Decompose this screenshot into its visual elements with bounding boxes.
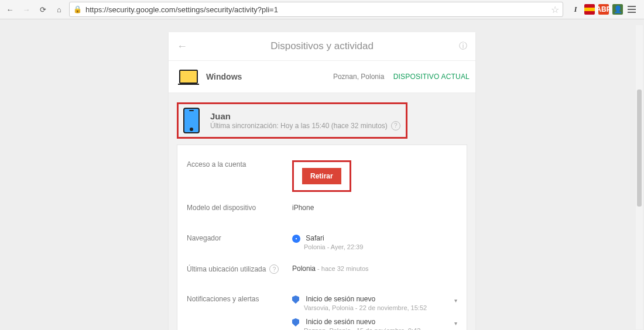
- help-icon[interactable]: ?: [391, 121, 400, 130]
- current-device-meta: Poznan, Polonia DISPOSITIVO ACTUAL: [333, 73, 470, 81]
- row-account-access: Acceso a la cuenta Retirar: [187, 154, 457, 198]
- detail-card: Acceso a la cuenta Retirar Modelo del di…: [177, 145, 467, 330]
- info-icon[interactable]: ⓘ: [459, 41, 467, 51]
- selected-device-header: Juan Última sincronización: Hoy a las 15…: [177, 102, 407, 139]
- safari-icon: [292, 235, 300, 243]
- row-last-location: Última ubicación utilizada ? Polonia - h…: [187, 259, 457, 289]
- bookmark-star-icon[interactable]: ☆: [551, 4, 559, 15]
- alert-item[interactable]: Inicio de sesión nuevo Poznan, Polonia -…: [292, 318, 457, 330]
- page-title: Dispositivos y actividad: [169, 40, 475, 52]
- profile-avatar[interactable]: 👤: [612, 4, 623, 15]
- card-header: ← Dispositivos y actividad ⓘ: [169, 32, 475, 61]
- location-value: Polonia: [292, 264, 316, 273]
- reload-button[interactable]: ⟳: [36, 3, 49, 16]
- location-label-text: Última ubicación utilizada: [187, 265, 266, 273]
- address-bar[interactable]: 🔒 https://security.google.com/settings/s…: [69, 2, 563, 17]
- device-detail-section: Juan Última sincronización: Hoy a las 15…: [169, 93, 475, 330]
- location-sub: - hace 32 minutos: [316, 265, 369, 272]
- device-sync: Última sincronización: Hoy a las 15:40 (…: [210, 121, 400, 130]
- home-button[interactable]: ⌂: [53, 3, 66, 16]
- instapaper-icon[interactable]: I: [570, 4, 581, 15]
- alert-title: Inicio de sesión nuevo: [306, 318, 375, 326]
- access-label: Acceso a la cuenta: [187, 160, 292, 169]
- laptop-icon: [179, 70, 198, 84]
- browser-toolbar: ← → ⟳ ⌂ 🔒 https://security.google.com/se…: [0, 0, 644, 19]
- device-name: Juan: [210, 111, 400, 121]
- row-device-model: Modelo del dispositivo iPhone: [187, 198, 457, 228]
- model-value: iPhone: [292, 204, 457, 212]
- browser-label: Navegador: [187, 234, 292, 242]
- alerts-label: Notificaciones y alertas: [187, 295, 292, 303]
- retirar-highlight: Retirar: [292, 160, 351, 192]
- browser-sub: Polonia - Ayer, 22:39: [304, 243, 363, 250]
- chevron-down-icon[interactable]: ▾: [454, 320, 457, 326]
- page-body: ← Dispositivos y actividad ⓘ Windows Poz…: [0, 19, 644, 330]
- scrollbar[interactable]: [636, 25, 643, 329]
- alerts-list: Inicio de sesión nuevo Varsovia, Polonia…: [292, 295, 457, 330]
- current-device-tag: DISPOSITIVO ACTUAL: [393, 73, 470, 81]
- alert-title: Inicio de sesión nuevo: [306, 295, 375, 303]
- remove-access-button[interactable]: Retirar: [302, 168, 341, 184]
- location-label: Última ubicación utilizada ?: [187, 264, 292, 274]
- row-browser: Navegador Safari Polonia - Ayer, 22:39: [187, 228, 457, 259]
- lock-icon: 🔒: [73, 5, 82, 13]
- phone-icon: [183, 108, 200, 133]
- row-alerts: Notificaciones y alertas Inicio de sesió…: [187, 289, 457, 330]
- model-label: Modelo del dispositivo: [187, 204, 292, 212]
- current-device-location: Poznan, Polonia: [333, 73, 384, 81]
- adblock-icon[interactable]: ABP: [598, 4, 609, 15]
- chrome-menu-button[interactable]: [626, 4, 637, 15]
- main-card: ← Dispositivos y actividad ⓘ Windows Poz…: [169, 32, 475, 330]
- extensions-area: I ABP 👤: [570, 4, 640, 15]
- current-device-os: Windows: [206, 72, 242, 81]
- browser-value: Safari: [306, 234, 324, 242]
- url-text: https://security.google.com/settings/sec…: [85, 5, 278, 14]
- chevron-down-icon[interactable]: ▾: [454, 297, 457, 304]
- scrollbar-thumb[interactable]: [637, 90, 642, 207]
- alert-item[interactable]: Inicio de sesión nuevo Varsovia, Polonia…: [292, 295, 457, 312]
- nav-back-button[interactable]: ←: [4, 3, 16, 16]
- alert-sub: Poznan, Polonia - 15 de noviembre, 9:42: [304, 327, 420, 330]
- nav-forward-button[interactable]: →: [20, 3, 33, 16]
- alert-sub: Varsovia, Polonia - 22 de noviembre, 15:…: [304, 304, 427, 311]
- spain-flag-icon[interactable]: [584, 4, 595, 15]
- shield-icon: [292, 318, 299, 326]
- location-value-wrap: Polonia - hace 32 minutos: [292, 264, 457, 273]
- device-sync-text: Última sincronización: Hoy a las 15:40 (…: [210, 122, 388, 130]
- help-icon[interactable]: ?: [269, 264, 279, 274]
- back-arrow-icon[interactable]: ←: [177, 40, 187, 53]
- current-device-row[interactable]: Windows Poznan, Polonia DISPOSITIVO ACTU…: [169, 61, 475, 93]
- shield-icon: [292, 295, 299, 304]
